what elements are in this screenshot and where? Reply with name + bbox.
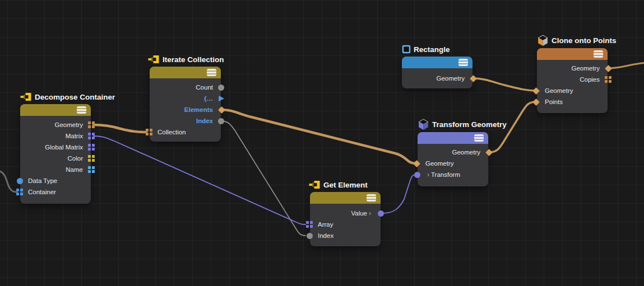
row-index-in: Index	[310, 230, 381, 241]
node-title-label: Get Element	[323, 181, 368, 189]
port-count-out[interactable]	[218, 85, 224, 91]
wire-geometry-to-collection[interactable]	[94, 125, 146, 132]
node-header[interactable]	[20, 104, 91, 116]
node-title-label: Transform Geometry	[432, 120, 507, 129]
row-container-in: Container	[20, 186, 91, 198]
wire-clone-geometry-to-offscreen[interactable]	[608, 63, 644, 68]
row-global-matrix-out: Global Matrix	[20, 142, 91, 153]
collection-node-icon	[20, 92, 32, 101]
node-title-get-element: Get Element	[309, 179, 368, 190]
node-title-label: Iterate Collection	[163, 55, 224, 64]
port-geometry-out[interactable]	[88, 121, 95, 128]
expander-chevron-icon[interactable]: ›	[425, 169, 431, 180]
port-transform-in[interactable]	[414, 172, 420, 178]
wire-matrix-to-array[interactable]	[94, 136, 305, 224]
port-label: Geometry	[572, 65, 600, 72]
row-count-out: Count	[150, 82, 221, 93]
row-geometry-in: Geometry	[537, 85, 608, 96]
port-global-matrix-out[interactable]	[88, 144, 95, 151]
wire-rectangle-to-clone-geometry[interactable]	[473, 78, 536, 91]
wire-value-to-transform[interactable]	[382, 175, 416, 213]
node-title-label: Rectangle	[414, 45, 450, 54]
wire-offscreen-to-container[interactable]	[0, 171, 17, 192]
row-points-in: Points	[537, 96, 608, 107]
menu-icon[interactable]	[474, 134, 484, 142]
row-copies-out: Copies	[537, 74, 608, 85]
row-array-in: Array	[310, 219, 381, 230]
port-matrix-out[interactable]	[88, 133, 95, 139]
expander-chevron-icon[interactable]: ›	[367, 208, 373, 219]
menu-icon[interactable]	[458, 59, 468, 66]
row-elements-out: Elements	[150, 104, 221, 115]
node-decompose-container[interactable]: Geometry Matrix Global Matrix Color Name…	[20, 104, 91, 204]
cube-orange-icon	[537, 35, 549, 46]
port-index-out[interactable]	[218, 118, 224, 124]
port-label: Count	[196, 84, 213, 91]
row-geometry-out: Geometry	[20, 119, 91, 130]
node-header[interactable]	[402, 57, 472, 68]
rectangle-icon	[402, 45, 411, 54]
port-data-type-in[interactable]	[17, 178, 23, 184]
node-header[interactable]	[418, 132, 488, 144]
port-copies-out[interactable]	[605, 76, 611, 83]
port-array-in[interactable]	[306, 221, 313, 228]
port-label: Matrix	[66, 133, 83, 139]
port-label: Index	[196, 118, 213, 124]
row-value-out: Value›	[310, 208, 381, 219]
port-label: Container	[28, 189, 56, 195]
node-title-clone-onto-points: Clone onto Points	[537, 35, 617, 46]
port-label: Index	[318, 232, 333, 239]
row-stream-out: {…	[150, 93, 221, 104]
port-label: Elements	[184, 106, 213, 113]
node-get-element[interactable]: Value› Array Index	[310, 192, 381, 246]
port-label: Color	[68, 155, 83, 162]
row-color-out: Color	[20, 153, 91, 164]
menu-icon[interactable]	[367, 194, 376, 201]
port-label: Geometry	[437, 75, 465, 82]
port-label: Copies	[580, 76, 600, 83]
row-geometry-out: Geometry	[418, 147, 488, 158]
collection-node-icon	[148, 55, 160, 64]
port-label: Points	[545, 99, 563, 105]
port-label: Data Type	[28, 177, 57, 184]
port-label: Geometry	[55, 121, 84, 128]
port-value-out[interactable]	[378, 210, 384, 217]
node-header[interactable]	[150, 67, 221, 78]
port-name-out[interactable]	[88, 166, 95, 173]
port-label: Geometry	[425, 160, 454, 167]
port-label: Geometry	[452, 149, 481, 156]
port-color-out[interactable]	[88, 155, 95, 162]
port-container-in[interactable]	[16, 189, 23, 195]
port-label: Collection	[157, 129, 186, 135]
menu-icon[interactable]	[207, 69, 216, 76]
port-index-in[interactable]	[307, 233, 313, 239]
wire-index-to-getelement-index[interactable]	[221, 121, 305, 236]
port-label: Name	[66, 166, 83, 173]
port-label: Geometry	[545, 87, 573, 94]
node-rectangle[interactable]: Geometry	[402, 57, 472, 88]
row-collection-in: Collection	[150, 126, 221, 138]
row-matrix-out: Matrix	[20, 130, 91, 142]
port-label: Transform	[431, 171, 460, 178]
node-title-label: Clone onto Points	[552, 36, 617, 45]
node-title-transform-geometry: Transform Geometry	[418, 119, 507, 130]
node-title-decompose-container: Decompose Container	[20, 91, 115, 102]
collection-node-icon	[309, 180, 321, 189]
menu-icon[interactable]	[77, 106, 86, 114]
node-title-rectangle: Rectangle	[402, 44, 450, 55]
node-iterate-collection[interactable]: Count {… Elements Index Collection	[150, 67, 221, 142]
node-header[interactable]	[537, 48, 608, 60]
row-geometry-in: Geometry	[418, 158, 488, 169]
port-label: Value	[351, 210, 367, 217]
node-clone-onto-points[interactable]: Geometry Copies Geometry Points	[537, 48, 608, 113]
port-collection-in[interactable]	[146, 129, 152, 135]
cube-purple-icon	[418, 119, 429, 130]
node-header[interactable]	[310, 192, 381, 204]
port-label: Global Matrix	[45, 144, 83, 151]
node-title-iterate-collection: Iterate Collection	[148, 54, 224, 65]
port-label: Array	[318, 221, 333, 228]
node-title-label: Decompose Container	[35, 93, 115, 101]
menu-icon[interactable]	[594, 50, 603, 58]
node-transform-geometry[interactable]: Geometry Geometry ›Transform	[418, 132, 488, 186]
row-data-type-in: Data Type	[20, 175, 91, 186]
